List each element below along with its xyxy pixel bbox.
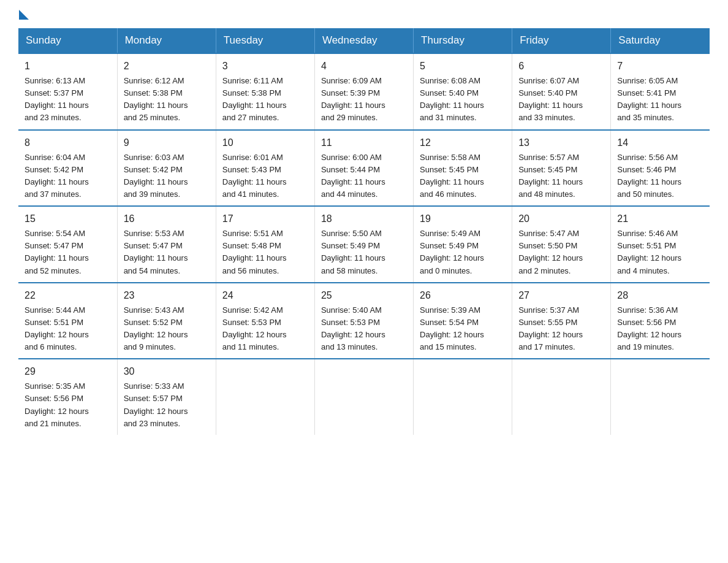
calendar-cell: 10Sunrise: 6:01 AMSunset: 5:43 PMDayligh… [216,130,314,207]
day-number: 29 [25,364,111,379]
calendar-week-row: 22Sunrise: 5:44 AMSunset: 5:51 PMDayligh… [18,283,710,359]
day-number: 4 [321,59,407,74]
day-info: Sunrise: 6:11 AMSunset: 5:38 PMDaylight:… [222,75,308,124]
day-number: 10 [222,136,308,150]
column-header-saturday: Saturday [611,28,710,53]
calendar-cell [414,359,512,435]
day-number: 23 [124,288,210,303]
calendar-cell: 14Sunrise: 5:56 AMSunset: 5:46 PMDayligh… [611,130,710,207]
day-info: Sunrise: 5:42 AMSunset: 5:53 PMDaylight:… [222,304,308,354]
calendar-cell: 4Sunrise: 6:09 AMSunset: 5:39 PMDaylight… [314,53,413,130]
day-number: 8 [25,136,111,150]
calendar-week-row: 8Sunrise: 6:04 AMSunset: 5:42 PMDaylight… [18,130,710,207]
day-info: Sunrise: 5:33 AMSunset: 5:57 PMDaylight:… [124,380,210,430]
calendar-cell: 15Sunrise: 5:54 AMSunset: 5:47 PMDayligh… [18,206,117,283]
day-number: 22 [25,288,111,303]
logo [18,12,29,22]
day-number: 14 [617,136,703,150]
calendar-cell: 7Sunrise: 6:05 AMSunset: 5:41 PMDaylight… [611,53,710,130]
day-number: 25 [321,288,407,303]
column-header-monday: Monday [117,28,216,53]
day-number: 26 [420,288,506,303]
day-number: 7 [617,59,703,74]
day-info: Sunrise: 6:08 AMSunset: 5:40 PMDaylight:… [420,75,506,124]
day-number: 9 [124,136,210,150]
calendar-week-row: 29Sunrise: 5:35 AMSunset: 5:56 PMDayligh… [18,359,710,435]
day-number: 5 [420,59,506,74]
calendar-cell: 5Sunrise: 6:08 AMSunset: 5:40 PMDaylight… [414,53,512,130]
column-header-sunday: Sunday [18,28,117,53]
calendar-cell [216,359,314,435]
day-info: Sunrise: 5:43 AMSunset: 5:52 PMDaylight:… [124,304,210,354]
calendar-cell: 9Sunrise: 6:03 AMSunset: 5:42 PMDaylight… [117,130,216,207]
day-number: 12 [420,136,506,150]
day-info: Sunrise: 5:53 AMSunset: 5:47 PMDaylight:… [124,228,210,277]
calendar-cell: 8Sunrise: 6:04 AMSunset: 5:42 PMDaylight… [18,130,117,207]
day-info: Sunrise: 5:51 AMSunset: 5:48 PMDaylight:… [222,228,308,277]
calendar-table: SundayMondayTuesdayWednesdayThursdayFrid… [18,28,710,435]
day-info: Sunrise: 5:49 AMSunset: 5:49 PMDaylight:… [420,228,506,277]
page-header [18,12,710,22]
calendar-cell: 21Sunrise: 5:46 AMSunset: 5:51 PMDayligh… [611,206,710,283]
calendar-cell: 1Sunrise: 6:13 AMSunset: 5:37 PMDaylight… [18,53,117,130]
calendar-cell: 20Sunrise: 5:47 AMSunset: 5:50 PMDayligh… [512,206,611,283]
day-number: 21 [617,212,703,226]
day-number: 24 [222,288,308,303]
day-number: 28 [617,288,703,303]
day-number: 30 [124,364,210,379]
calendar-cell: 3Sunrise: 6:11 AMSunset: 5:38 PMDaylight… [216,53,314,130]
day-number: 18 [321,212,407,226]
calendar-cell [314,359,413,435]
day-info: Sunrise: 5:58 AMSunset: 5:45 PMDaylight:… [420,151,506,201]
calendar-cell: 18Sunrise: 5:50 AMSunset: 5:49 PMDayligh… [314,206,413,283]
calendar-cell: 30Sunrise: 5:33 AMSunset: 5:57 PMDayligh… [117,359,216,435]
day-info: Sunrise: 6:00 AMSunset: 5:44 PMDaylight:… [321,151,407,201]
calendar-cell: 24Sunrise: 5:42 AMSunset: 5:53 PMDayligh… [216,283,314,359]
calendar-week-row: 15Sunrise: 5:54 AMSunset: 5:47 PMDayligh… [18,206,710,283]
calendar-cell [512,359,611,435]
column-header-friday: Friday [512,28,611,53]
day-info: Sunrise: 5:47 AMSunset: 5:50 PMDaylight:… [518,228,604,277]
day-info: Sunrise: 6:03 AMSunset: 5:42 PMDaylight:… [124,151,210,201]
calendar-cell: 16Sunrise: 5:53 AMSunset: 5:47 PMDayligh… [117,206,216,283]
day-number: 3 [222,59,308,74]
day-number: 6 [518,59,604,74]
calendar-cell: 6Sunrise: 6:07 AMSunset: 5:40 PMDaylight… [512,53,611,130]
calendar-cell [611,359,710,435]
calendar-cell: 12Sunrise: 5:58 AMSunset: 5:45 PMDayligh… [414,130,512,207]
day-info: Sunrise: 5:36 AMSunset: 5:56 PMDaylight:… [617,304,703,354]
calendar-cell: 17Sunrise: 5:51 AMSunset: 5:48 PMDayligh… [216,206,314,283]
day-info: Sunrise: 6:12 AMSunset: 5:38 PMDaylight:… [124,75,210,124]
column-header-thursday: Thursday [414,28,512,53]
day-info: Sunrise: 5:35 AMSunset: 5:56 PMDaylight:… [25,380,111,430]
day-info: Sunrise: 5:54 AMSunset: 5:47 PMDaylight:… [25,228,111,277]
day-info: Sunrise: 5:37 AMSunset: 5:55 PMDaylight:… [518,304,604,354]
day-info: Sunrise: 6:05 AMSunset: 5:41 PMDaylight:… [617,75,703,124]
calendar-week-row: 1Sunrise: 6:13 AMSunset: 5:37 PMDaylight… [18,53,710,130]
calendar-cell: 13Sunrise: 5:57 AMSunset: 5:45 PMDayligh… [512,130,611,207]
logo-triangle-icon [19,10,29,20]
calendar-cell: 25Sunrise: 5:40 AMSunset: 5:53 PMDayligh… [314,283,413,359]
calendar-cell: 27Sunrise: 5:37 AMSunset: 5:55 PMDayligh… [512,283,611,359]
column-header-tuesday: Tuesday [216,28,314,53]
day-number: 17 [222,212,308,226]
day-number: 11 [321,136,407,150]
day-info: Sunrise: 6:09 AMSunset: 5:39 PMDaylight:… [321,75,407,124]
day-number: 20 [518,212,604,226]
calendar-cell: 2Sunrise: 6:12 AMSunset: 5:38 PMDaylight… [117,53,216,130]
day-info: Sunrise: 5:44 AMSunset: 5:51 PMDaylight:… [25,304,111,354]
calendar-cell: 22Sunrise: 5:44 AMSunset: 5:51 PMDayligh… [18,283,117,359]
day-number: 27 [518,288,604,303]
calendar-header-row: SundayMondayTuesdayWednesdayThursdayFrid… [18,28,710,53]
calendar-cell: 11Sunrise: 6:00 AMSunset: 5:44 PMDayligh… [314,130,413,207]
day-info: Sunrise: 6:07 AMSunset: 5:40 PMDaylight:… [518,75,604,124]
day-info: Sunrise: 5:56 AMSunset: 5:46 PMDaylight:… [617,151,703,201]
day-number: 2 [124,59,210,74]
day-info: Sunrise: 5:40 AMSunset: 5:53 PMDaylight:… [321,304,407,354]
day-number: 16 [124,212,210,226]
calendar-cell: 23Sunrise: 5:43 AMSunset: 5:52 PMDayligh… [117,283,216,359]
day-info: Sunrise: 5:46 AMSunset: 5:51 PMDaylight:… [617,228,703,277]
day-number: 19 [420,212,506,226]
day-info: Sunrise: 5:57 AMSunset: 5:45 PMDaylight:… [518,151,604,201]
calendar-cell: 26Sunrise: 5:39 AMSunset: 5:54 PMDayligh… [414,283,512,359]
